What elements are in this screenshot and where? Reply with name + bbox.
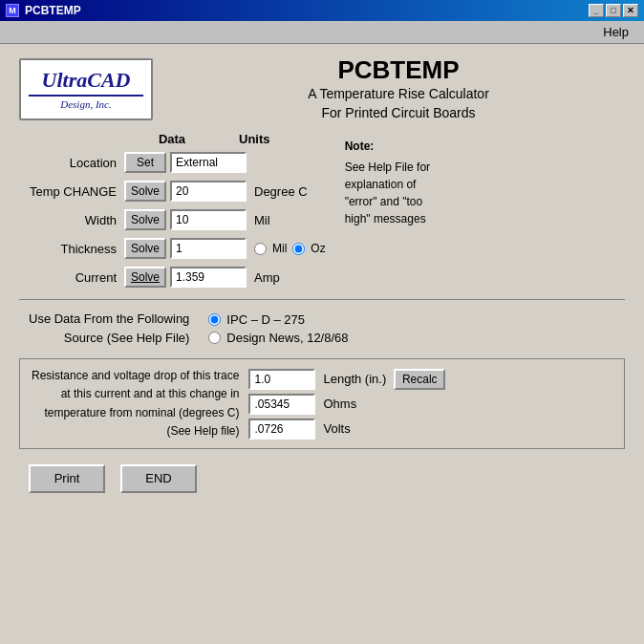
title-bar-left: M PCBTEMP: [6, 4, 81, 17]
logo-ultracad: UltraCAD: [42, 68, 131, 93]
source-section: Use Data From the FollowingSource (See H…: [19, 310, 625, 347]
location-input[interactable]: [170, 152, 247, 173]
length-label: Length (in.): [323, 372, 386, 386]
app-subtitle1: A Temperature Rise Calculator: [172, 85, 625, 104]
logo-design: Design, Inc.: [60, 98, 111, 110]
temp-change-row: Temp CHANGE Solve Degree C: [19, 179, 326, 204]
window-title: PCBTEMP: [25, 4, 81, 17]
minimize-button[interactable]: _: [589, 4, 604, 17]
volts-row: Volts: [248, 419, 445, 440]
data-section: Data Units Location Set Temp CHANGE Solv…: [19, 132, 625, 293]
ohms-input[interactable]: [248, 394, 315, 415]
width-row: Width Solve Mil: [19, 207, 326, 232]
source-ipc-row: IPC – D – 275: [208, 312, 348, 327]
design-news-radio[interactable]: [208, 332, 221, 344]
thickness-solve-button[interactable]: Solve: [124, 238, 166, 259]
width-label: Width: [19, 213, 124, 227]
current-solve-button[interactable]: Solve: [124, 267, 166, 288]
resistance-description: Resistance and voltage drop of this trac…: [32, 367, 239, 440]
volts-input[interactable]: [248, 419, 315, 440]
thickness-label: Thickness: [19, 242, 124, 256]
logo-line: [29, 95, 143, 97]
print-button[interactable]: Print: [29, 464, 105, 493]
temp-change-label: Temp CHANGE: [19, 184, 124, 199]
ohms-row: Ohms: [248, 394, 445, 415]
bottom-buttons: Print END: [19, 464, 625, 493]
mil-radio[interactable]: [254, 243, 267, 255]
note-title: Note:: [345, 138, 615, 155]
note-section: Note: See Help File for explanation of "…: [335, 132, 625, 293]
oz-radio[interactable]: [292, 243, 305, 255]
ipc-radio[interactable]: [208, 313, 221, 326]
col-units-header: Units: [239, 132, 296, 146]
volts-unit: Volts: [323, 421, 361, 436]
resistance-section: Resistance and voltage drop of this trac…: [19, 358, 625, 449]
data-header: Data Units: [19, 132, 326, 146]
col-data-header: Data: [134, 132, 210, 146]
header-section: UltraCAD Design, Inc. PCBTEMP A Temperat…: [19, 55, 625, 122]
app-subtitle2: For Printed Circuit Boards: [172, 104, 625, 123]
close-button[interactable]: ✕: [623, 4, 638, 17]
source-label: Use Data From the FollowingSource (See H…: [29, 310, 189, 347]
current-row: Current Solve Amp: [19, 265, 326, 290]
current-units: Amp: [247, 270, 313, 285]
data-table: Data Units Location Set Temp CHANGE Solv…: [19, 132, 326, 293]
width-units: Mil: [247, 213, 313, 227]
thickness-row: Thickness Solve Mil Oz: [19, 236, 326, 261]
oz-label: Oz: [311, 242, 325, 255]
ipc-label: IPC – D – 275: [226, 312, 305, 327]
width-input[interactable]: [170, 209, 247, 230]
ohms-unit: Ohms: [323, 397, 361, 411]
window-content: UltraCAD Design, Inc. PCBTEMP A Temperat…: [0, 44, 644, 644]
current-label: Current: [19, 270, 124, 285]
current-input[interactable]: [170, 267, 247, 288]
app-title: PCBTEMP: [172, 55, 625, 85]
temp-change-input[interactable]: [170, 181, 247, 202]
thickness-units-group: Mil Oz: [247, 242, 326, 255]
help-menu-item[interactable]: Help: [595, 23, 636, 41]
app-title-block: PCBTEMP A Temperature Rise Calculator Fo…: [172, 55, 625, 122]
length-row: Length (in.) Recalc: [248, 369, 445, 390]
resistance-inputs: Length (in.) Recalc Ohms Volts: [248, 369, 445, 440]
mil-label: Mil: [272, 242, 287, 255]
length-input[interactable]: [248, 369, 315, 390]
title-bar-buttons: _ □ ✕: [589, 4, 638, 17]
location-row: Location Set: [19, 150, 326, 175]
title-bar: M PCBTEMP _ □ ✕: [0, 0, 644, 21]
location-set-button[interactable]: Set: [124, 152, 166, 173]
temp-units: Degree C: [247, 184, 313, 199]
divider: [19, 299, 625, 300]
source-design-row: Design News, 12/8/68: [208, 331, 348, 345]
location-label: Location: [19, 156, 124, 170]
note-text: See Help File for explanation of "error"…: [345, 159, 615, 227]
width-solve-button[interactable]: Solve: [124, 209, 166, 230]
restore-button[interactable]: □: [606, 4, 621, 17]
design-news-label: Design News, 12/8/68: [226, 331, 348, 345]
source-radio-group: IPC – D – 275 Design News, 12/8/68: [208, 312, 348, 345]
recalc-button[interactable]: Recalc: [394, 369, 445, 390]
menu-bar: Help: [0, 21, 644, 44]
logo-box: UltraCAD Design, Inc.: [19, 58, 153, 120]
thickness-input[interactable]: [170, 238, 247, 259]
end-button[interactable]: END: [120, 464, 197, 493]
temp-solve-button[interactable]: Solve: [124, 181, 166, 202]
app-icon: M: [6, 4, 19, 17]
